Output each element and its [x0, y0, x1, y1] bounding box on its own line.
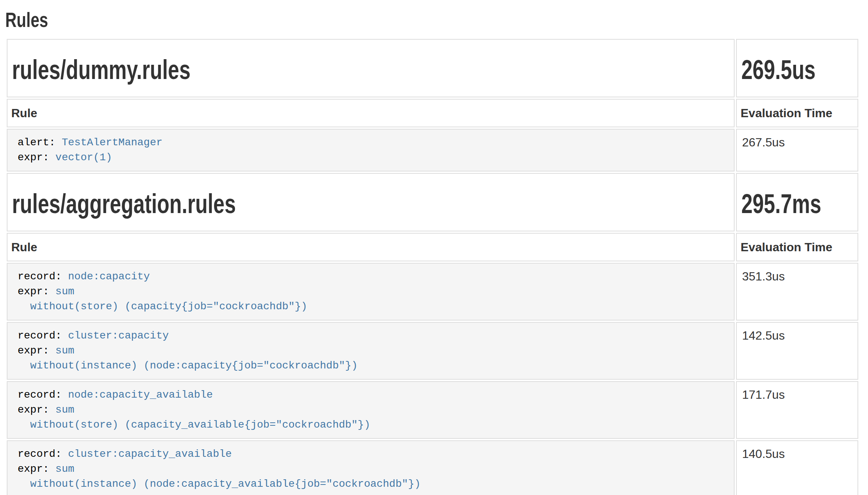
- rule-code: record: cluster:capacity_available expr:…: [7, 441, 734, 495]
- rule-code: alert: TestAlertManager expr: vector(1): [7, 130, 734, 171]
- rule-eval-time-cell: 171.7us: [736, 381, 858, 439]
- rule-group-header-row: rules/aggregation.rules295.7ms: [7, 173, 858, 231]
- rule-field-label: expr:: [18, 345, 49, 356]
- rule-group-name: rules/dummy.rules: [12, 55, 190, 85]
- rule-code-cell: record: cluster:capacity_available expr:…: [7, 440, 735, 495]
- rule-group-name: rules/aggregation.rules: [12, 189, 236, 219]
- rule-field-label: record:: [18, 389, 62, 401]
- rule-field-label: record:: [18, 330, 62, 341]
- rule-code-cell: alert: TestAlertManager expr: vector(1): [7, 129, 735, 171]
- expr-link[interactable]: sum without(store) (capacity{job="cockro…: [18, 286, 307, 312]
- expr-link[interactable]: sum without(instance) (node:capacity_ava…: [18, 463, 421, 490]
- eval-time-column-header: Evaluation Time: [736, 233, 858, 261]
- rule-field-label: expr:: [18, 404, 49, 416]
- rule-name-link[interactable]: cluster:capacity: [68, 330, 169, 341]
- rule-eval-time-cell: 142.5us: [736, 322, 858, 380]
- rule-group-eval-time-cell: 295.7ms: [736, 173, 858, 231]
- rule-code: record: node:capacity expr: sum without(…: [7, 264, 734, 320]
- rule-code-cell: record: node:capacity_available expr: su…: [7, 381, 735, 439]
- rule-field-label: expr:: [18, 463, 49, 475]
- rule-row: record: cluster:capacity_available expr:…: [7, 440, 858, 495]
- rule-code-cell: record: node:capacity expr: sum without(…: [7, 263, 735, 321]
- rule-field-label: record:: [18, 271, 62, 282]
- rule-eval-time-cell: 267.5us: [736, 129, 858, 171]
- expr-link[interactable]: sum without(instance) (node:capacity{job…: [18, 345, 358, 371]
- rule-field-label: record:: [18, 448, 62, 460]
- rule-group-name-cell: rules/aggregation.rules: [7, 173, 735, 231]
- column-header-row: RuleEvaluation Time: [7, 233, 858, 261]
- rule-code: record: node:capacity_available expr: su…: [7, 382, 734, 438]
- rule-code: record: cluster:capacity expr: sum witho…: [7, 323, 734, 379]
- rule-row: record: cluster:capacity expr: sum witho…: [7, 322, 858, 380]
- rule-eval-time-cell: 140.5us: [736, 440, 858, 495]
- rule-name-link[interactable]: TestAlertManager: [62, 137, 163, 148]
- rule-eval-time-cell: 351.3us: [736, 263, 858, 321]
- column-header-row: RuleEvaluation Time: [7, 99, 858, 127]
- rules-table: rules/dummy.rules269.5usRuleEvaluation T…: [5, 37, 860, 495]
- rule-group-name-cell: rules/dummy.rules: [7, 39, 735, 97]
- rule-field-label: expr:: [18, 152, 49, 163]
- page-title-text: Rules: [5, 7, 48, 32]
- rule-column-header: Rule: [7, 99, 735, 127]
- expr-link[interactable]: vector(1): [55, 152, 112, 163]
- rule-code-cell: record: cluster:capacity expr: sum witho…: [7, 322, 735, 380]
- eval-time-column-header: Evaluation Time: [736, 99, 858, 127]
- rule-group-eval-time: 269.5us: [741, 55, 816, 85]
- expr-link[interactable]: sum without(store) (capacity_available{j…: [18, 404, 370, 431]
- rule-row: record: node:capacity_available expr: su…: [7, 381, 858, 439]
- rule-row: record: node:capacity expr: sum without(…: [7, 263, 858, 321]
- rule-column-header: Rule: [7, 233, 735, 261]
- rule-field-label: alert:: [18, 137, 55, 148]
- rule-name-link[interactable]: cluster:capacity_available: [68, 448, 232, 460]
- rule-group-eval-time-cell: 269.5us: [736, 39, 858, 97]
- rule-name-link[interactable]: node:capacity: [68, 271, 150, 282]
- rule-group-eval-time: 295.7ms: [741, 189, 821, 219]
- rule-field-label: expr:: [18, 286, 49, 297]
- rule-name-link[interactable]: node:capacity_available: [68, 389, 213, 401]
- page-title: Rules: [5, 7, 860, 32]
- rule-group-header-row: rules/dummy.rules269.5us: [7, 39, 858, 97]
- rule-row: alert: TestAlertManager expr: vector(1)2…: [7, 129, 858, 171]
